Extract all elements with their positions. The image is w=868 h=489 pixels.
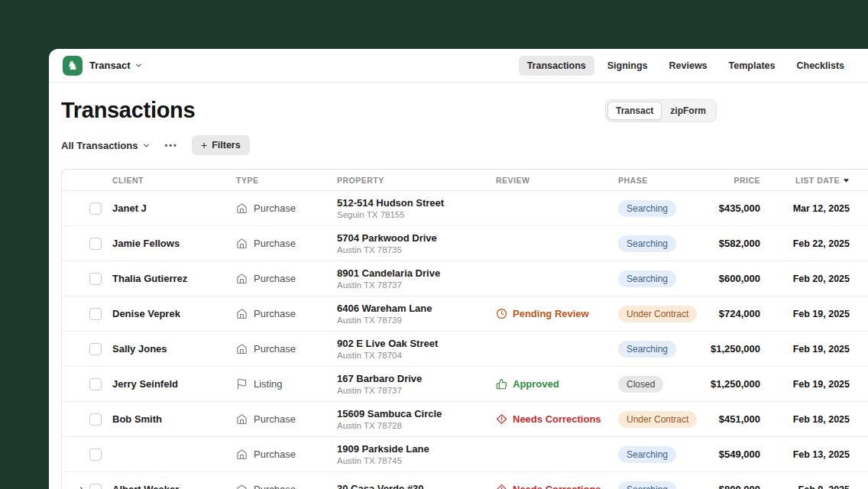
row-checkbox[interactable]: [89, 413, 102, 426]
expand-chevron-icon[interactable]: [77, 485, 86, 489]
property-city-zip: Austin TX 78739: [337, 316, 496, 325]
nav-tab-checklists[interactable]: Checklists: [788, 56, 853, 76]
property-street: 8901 Candelaria Drive: [337, 267, 496, 280]
transaction-type: Purchase: [236, 308, 337, 319]
price: $435,000: [702, 202, 760, 214]
row-checkbox[interactable]: [89, 484, 102, 489]
property-street: 15609 Sambuca Circle: [337, 408, 496, 420]
alert-diamond-icon: [496, 484, 507, 489]
column-header-phase[interactable]: PHASE: [618, 176, 702, 185]
row-checkbox[interactable]: [89, 449, 102, 461]
filters-button-label: Filters: [212, 140, 241, 151]
column-header-price[interactable]: PRICE: [702, 176, 760, 185]
transaction-type: Purchase: [236, 238, 337, 249]
home-icon: [236, 273, 248, 284]
phase-cell: Searching: [618, 481, 702, 489]
nav-tab-reviews[interactable]: Reviews: [661, 56, 716, 76]
property-street: 512-514 Hudson Street: [337, 197, 496, 209]
phase-badge: Under Contract: [618, 411, 697, 428]
thumbs-up-icon: [496, 378, 507, 390]
review-status: Approved: [496, 378, 618, 390]
brand-name: Transact: [89, 60, 130, 71]
table-row[interactable]: Sally Jones Purchase 902 E Live Oak Stre…: [62, 332, 868, 367]
column-header-client[interactable]: CLIENT: [112, 176, 236, 185]
app-logo[interactable]: ♞: [63, 56, 83, 76]
type-label: Purchase: [254, 273, 296, 284]
view-dropdown-label: All Transactions: [61, 140, 138, 151]
property: 167 Barbaro Drive Austin TX 78737: [337, 373, 496, 396]
phase-badge: Under Contract: [618, 306, 697, 322]
toggle-option-zipform[interactable]: zipForm: [662, 102, 714, 120]
table-row[interactable]: Jamie Fellows Purchase 5704 Parkwood Dri…: [62, 226, 868, 261]
property-city-zip: Austin TX 78737: [337, 386, 496, 395]
phase-cell: Searching: [618, 270, 702, 287]
list-date: Feb 19, 2025: [760, 309, 857, 319]
column-header-property[interactable]: PROPERTY: [337, 176, 496, 185]
review-status: Pending Review: [496, 308, 618, 319]
row-checkbox[interactable]: [89, 202, 102, 215]
row-controls: [77, 238, 112, 250]
home-icon: [236, 343, 248, 355]
table-row[interactable]: Jerry Seinfeld Listing 167 Barbaro Drive…: [62, 367, 868, 402]
table-row[interactable]: Janet J Purchase 512-514 Hudson Street S…: [62, 191, 868, 226]
property: 6406 Wareham Lane Austin TX 78739: [337, 303, 496, 325]
column-header-list-date[interactable]: LIST DATE: [760, 176, 857, 185]
price: $451,000: [702, 413, 760, 425]
nav-tab-templates[interactable]: Templates: [721, 56, 784, 76]
row-checkbox[interactable]: [89, 238, 102, 250]
column-header-review[interactable]: REVIEW: [496, 176, 618, 185]
table-row[interactable]: Albert Wesker Purchase 30 Casa Verde #30: [62, 472, 868, 489]
type-label: Listing: [254, 378, 283, 390]
property-city-zip: Austin TX 78745: [337, 456, 496, 465]
list-date-header-label: LIST DATE: [795, 176, 840, 185]
home-icon: [236, 484, 248, 489]
plus-icon: +: [201, 140, 207, 151]
row-checkbox[interactable]: [89, 308, 102, 320]
row-checkbox[interactable]: [89, 273, 102, 285]
review-label: Needs Corrections: [513, 413, 601, 425]
table-row[interactable]: Denise Veprek Purchase 6406 Wareham Lane…: [62, 296, 868, 332]
home-icon: [236, 308, 248, 319]
chevron-down-icon: [142, 141, 151, 150]
property: 902 E Live Oak Street Austin TX 78704: [337, 338, 496, 361]
nav-tab-signings[interactable]: Signings: [599, 56, 656, 76]
view-dropdown[interactable]: All Transactions: [61, 140, 151, 151]
table-row[interactable]: Purchase 1909 Parkside Lane Austin TX 78…: [62, 437, 868, 472]
flag-icon: [236, 378, 248, 390]
property-city-zip: Seguin TX 78155: [337, 210, 496, 219]
table-row[interactable]: Thalia Gutierrez Purchase 8901 Candelari…: [62, 261, 868, 296]
filters-button[interactable]: + Filters: [192, 135, 250, 155]
phase-cell: Under Contract: [618, 306, 702, 322]
column-header-type[interactable]: TYPE: [236, 176, 337, 185]
type-label: Purchase: [254, 449, 296, 460]
row-checkbox[interactable]: [89, 343, 102, 355]
type-label: Purchase: [254, 484, 296, 489]
toggle-option-transact[interactable]: Transact: [607, 102, 662, 120]
client-name: Bob Smith: [112, 413, 236, 425]
price: $600,000: [702, 273, 760, 284]
page-title: Transactions: [61, 98, 195, 123]
workspace-switcher[interactable]: Transact: [89, 60, 143, 71]
client-name: Sally Jones: [112, 343, 236, 355]
client-name: Albert Wesker: [112, 484, 236, 489]
nav-tab-transactions[interactable]: Transactions: [519, 56, 594, 76]
property-city-zip: Austin TX 78737: [337, 280, 496, 290]
home-icon: [236, 449, 248, 460]
property-city-zip: Austin TX 78728: [337, 421, 496, 430]
transaction-type: Purchase: [236, 484, 337, 489]
list-date: Mar 12, 2025: [760, 203, 857, 214]
property-street: 5704 Parkwood Drive: [337, 232, 496, 244]
property: 8901 Candelaria Drive Austin TX 78737: [337, 267, 496, 290]
phase-cell: Searching: [618, 341, 702, 358]
client-name: Jamie Fellows: [112, 238, 236, 249]
source-toggle: Transact zipForm: [605, 99, 717, 122]
client-name: Jerry Seinfeld: [112, 378, 236, 390]
property: 1909 Parkside Lane Austin TX 78745: [337, 443, 496, 466]
list-date: Feb 19, 2025: [760, 344, 857, 355]
table-row[interactable]: Bob Smith Purchase 15609 Sambuca Circle …: [62, 402, 868, 437]
home-icon: [236, 413, 248, 425]
more-options-button[interactable]: •••: [164, 141, 178, 150]
row-checkbox[interactable]: [89, 378, 102, 390]
transaction-type: Purchase: [236, 202, 337, 214]
transaction-type: Listing: [236, 378, 337, 390]
